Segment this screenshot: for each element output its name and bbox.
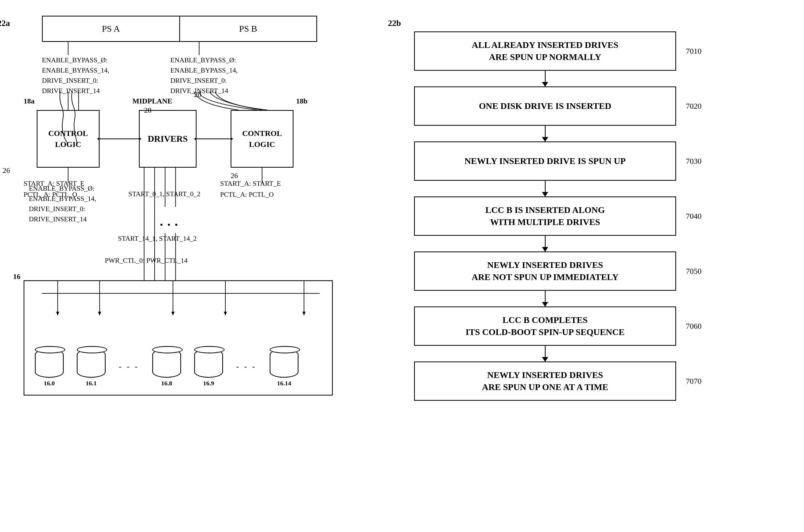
drive-16-9: 16.9 xyxy=(194,349,223,387)
flow-step-7030: NEWLY INSERTED DRIVE IS SPUN UP 7030 xyxy=(414,141,676,196)
signal-tr-4: DRIVE_INSERT_14 xyxy=(170,86,238,96)
drive-label-0: 16.0 xyxy=(44,380,55,387)
drive-label-1: 16.1 xyxy=(86,380,97,387)
signal-top-left: ENABLE_BYPASS_Ø: ENABLE_BYPASS_14, DRIVE… xyxy=(42,55,109,96)
flow-arrow-1 xyxy=(545,71,546,87)
start-right-2: PCTL_A: PCTL_O xyxy=(220,189,281,200)
flow-arrow-6 xyxy=(545,346,546,361)
flow-arrow-4 xyxy=(545,236,546,251)
drive-label-14: 16.14 xyxy=(277,380,291,387)
flow-text-7070: NEWLY INSERTED DRIVESARE SPUN UP ONE AT … xyxy=(482,369,608,393)
arrow-20-label: 20 xyxy=(194,90,201,99)
start-0-label: START_0_1, START_0_2 xyxy=(128,189,200,200)
ps-bar: PS A PS B xyxy=(42,16,317,42)
flow-box-7020: ONE DISK DRIVE IS INSERTED 7020 xyxy=(414,87,676,126)
drive-16-0: 16.0 xyxy=(35,349,64,387)
flow-arrow-5 xyxy=(545,291,546,306)
sbl-1: ENABLE_BYPASS_Ø: xyxy=(29,183,96,194)
flow-text-7020: ONE DISK DRIVE IS INSERTED xyxy=(479,100,611,112)
flow-step-7040: LCC B IS INSERTED ALONGWITH MULTIPLE DRI… xyxy=(414,196,676,251)
flow-num-7020: 7020 xyxy=(686,101,702,112)
signal-bottom-left: ENABLE_BYPASS_Ø: ENABLE_BYPASS_14, DRIVE… xyxy=(29,183,96,224)
start-right-signals: START_A: START_E PCTL_A: PCTL_O xyxy=(220,178,281,200)
enclosure-box: 16.0 16.1 - - - 16.8 xyxy=(23,280,333,396)
drive-16-8: 16.8 xyxy=(152,349,181,387)
flow-num-7070: 7070 xyxy=(686,376,702,387)
flow-step-7050: NEWLY INSERTED DRIVESARE NOT SPUN UP IMM… xyxy=(414,251,676,306)
flow-step-7070: NEWLY INSERTED DRIVESARE SPUN UP ONE AT … xyxy=(414,361,676,401)
flow-text-7040: LCC B IS INSERTED ALONGWITH MULTIPLE DRI… xyxy=(485,204,605,228)
drivers-box: DRIVERS xyxy=(139,110,197,168)
sbl-3: DRIVE_INSERT_0: xyxy=(29,204,96,214)
start-14-label: START_14_1, START_14_2 xyxy=(118,233,197,244)
left-panel: PS A PS B 22a 22b ENABLE_BYPASS_Ø: ENABL… xyxy=(16,11,382,521)
lcc-right-label: 18b xyxy=(296,97,308,105)
drive-label-8: 16.8 xyxy=(161,380,172,387)
cl-left-number: 26 xyxy=(3,166,10,175)
signal-tr-1: ENABLE_BYPASS_Ø: xyxy=(170,55,238,65)
flow-num-7060: 7060 xyxy=(686,321,702,331)
signal-top-right: ENABLE_BYPASS_Ø: ENABLE_BYPASS_14, DRIVE… xyxy=(170,55,238,96)
lcc-left-label: 18a xyxy=(23,97,35,105)
drive-dash-2: - - - xyxy=(236,361,257,371)
ps-label-left: 22a xyxy=(0,18,10,28)
flow-num-7040: 7040 xyxy=(686,211,702,222)
ps-b-section: PS B xyxy=(180,17,317,41)
flow-num-7010: 7010 xyxy=(686,46,702,57)
start-0-signals: START_0_1, START_0_2 xyxy=(128,189,200,200)
right-panel: ALL ALREADY INSERTED DRIVESARE SPUN UP N… xyxy=(382,11,788,521)
start-right-1: START_A: START_E xyxy=(220,178,281,189)
flow-text-7010: ALL ALREADY INSERTED DRIVESARE SPUN UP N… xyxy=(472,39,618,63)
flowchart: ALL ALREADY INSERTED DRIVESARE SPUN UP N… xyxy=(414,32,676,401)
drive-dash-1: - - - xyxy=(119,361,139,371)
signal-tl-2: ENABLE_BYPASS_14, xyxy=(42,65,109,75)
flow-box-7070: NEWLY INSERTED DRIVESARE SPUN UP ONE AT … xyxy=(414,361,676,401)
start-14-signals: START_14_1, START_14_2 xyxy=(118,233,197,244)
flow-num-7030: 7030 xyxy=(686,156,702,167)
flow-box-7060: LCC B COMPLETESITS COLD-BOOT SPIN-UP SEQ… xyxy=(414,306,676,346)
flow-arrow-3 xyxy=(545,181,546,196)
ps-a-section: PS A xyxy=(43,17,180,41)
signal-tl-4: DRIVE_INSERT_14 xyxy=(42,86,109,96)
flow-box-7050: NEWLY INSERTED DRIVESARE NOT SPUN UP IMM… xyxy=(414,251,676,291)
pwr-ctl-signal: PWR_CTL_0: PWR_CTL_14 xyxy=(105,257,188,265)
sbl-2: ENABLE_BYPASS_14, xyxy=(29,194,96,204)
flow-step-7060: LCC B COMPLETESITS COLD-BOOT SPIN-UP SEQ… xyxy=(414,306,676,361)
flow-text-7050: NEWLY INSERTED DRIVESARE NOT SPUN UP IMM… xyxy=(472,259,618,283)
flow-step-7020: ONE DISK DRIVE IS INSERTED 7020 xyxy=(414,87,676,141)
sbl-4: DRIVE_INSERT_14 xyxy=(29,214,96,224)
signal-tr-2: ENABLE_BYPASS_14, xyxy=(170,65,238,75)
midplane-label: MIDPLANE xyxy=(132,97,172,105)
flow-text-7060: LCC B COMPLETESITS COLD-BOOT SPIN-UP SEQ… xyxy=(466,314,625,338)
signal-tr-3: DRIVE_INSERT_0: xyxy=(170,75,238,86)
flow-box-7030: NEWLY INSERTED DRIVE IS SPUN UP 7030 xyxy=(414,141,676,181)
flow-box-7040: LCC B IS INSERTED ALONGWITH MULTIPLE DRI… xyxy=(414,196,676,236)
control-logic-left-box: CONTROLLOGIC xyxy=(37,110,99,168)
signal-tl-1: ENABLE_BYPASS_Ø: xyxy=(42,55,109,65)
drive-16-14: 16.14 xyxy=(270,349,298,387)
flow-num-7050: 7050 xyxy=(686,266,702,277)
flow-box-7010: ALL ALREADY INSERTED DRIVESARE SPUN UP N… xyxy=(414,32,676,71)
control-logic-right-box: CONTROLLOGIC xyxy=(231,110,294,168)
main-container: PS A PS B 22a 22b ENABLE_BYPASS_Ø: ENABL… xyxy=(0,0,804,532)
flow-arrow-2 xyxy=(545,126,546,141)
flow-text-7030: NEWLY INSERTED DRIVE IS SPUN UP xyxy=(464,155,625,167)
dots-area: • • • xyxy=(160,220,179,230)
enclosure-label: 16 xyxy=(13,272,20,281)
signal-tl-3: DRIVE_INSERT_0: xyxy=(42,75,109,86)
drive-16-1: 16.1 xyxy=(77,349,106,387)
flow-step-7010: ALL ALREADY INSERTED DRIVESARE SPUN UP N… xyxy=(414,32,676,87)
drive-label-9: 16.9 xyxy=(203,380,214,387)
drives-row: 16.0 16.1 - - - 16.8 xyxy=(35,349,298,387)
